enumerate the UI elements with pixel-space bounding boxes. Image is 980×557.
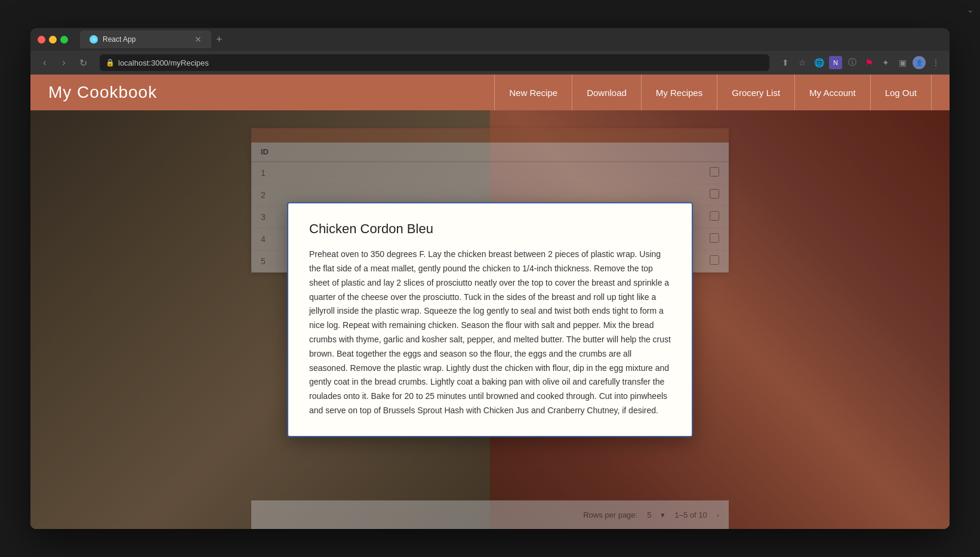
ext5-icon[interactable]: ✦ bbox=[879, 56, 892, 69]
nav-link-grocery-list[interactable]: Grocery List bbox=[717, 75, 794, 110]
nav-link-download[interactable]: Download bbox=[572, 75, 641, 110]
ext3-icon[interactable]: ⓘ bbox=[846, 56, 859, 69]
ext4-icon[interactable]: ⚑ bbox=[862, 56, 876, 69]
nav-links: New Recipe Download My Recipes Grocery L… bbox=[494, 75, 932, 110]
upload-icon[interactable]: ⬆ bbox=[779, 56, 792, 69]
nav-link-my-recipes[interactable]: My Recipes bbox=[641, 75, 717, 110]
reload-button[interactable]: ↻ bbox=[76, 55, 90, 70]
back-button[interactable]: ‹ bbox=[38, 55, 52, 70]
tab-close-button[interactable]: ✕ bbox=[195, 35, 202, 44]
forward-button[interactable]: › bbox=[57, 55, 71, 70]
browser-window: ⚛ React App ✕ + ⌄ ‹ › ↻ 🔒 localhost:3000… bbox=[30, 28, 950, 529]
tab-favicon: ⚛ bbox=[90, 35, 98, 44]
bookmark-icon[interactable]: ☆ bbox=[796, 56, 809, 69]
browser-titlebar: ⚛ React App ✕ + ⌄ bbox=[30, 28, 950, 51]
tab-area: ⚛ React App ✕ + bbox=[80, 30, 942, 48]
modal-overlay: Chicken Cordon Bleu Preheat oven to 350 … bbox=[30, 110, 950, 529]
app-content: My Cookbook New Recipe Download My Recip… bbox=[30, 75, 950, 529]
browser-tab[interactable]: ⚛ React App ✕ bbox=[80, 30, 211, 48]
tab-title: React App bbox=[103, 35, 190, 44]
nav-link-new-recipe[interactable]: New Recipe bbox=[494, 75, 572, 110]
security-icon: 🔒 bbox=[106, 58, 115, 67]
ext2-icon[interactable]: N bbox=[829, 56, 842, 69]
traffic-lights bbox=[38, 36, 68, 44]
minimize-button[interactable] bbox=[49, 36, 57, 44]
modal-body: Preheat oven to 350 degrees F. Lay the c… bbox=[309, 247, 671, 418]
app-navbar: My Cookbook New Recipe Download My Recip… bbox=[30, 75, 950, 110]
maximize-button[interactable] bbox=[60, 36, 68, 44]
menu-icon[interactable]: ⋮ bbox=[929, 56, 942, 69]
browser-extensions: ⬆ ☆ 🌐 N ⓘ ⚑ ✦ ▣ 👤 ⋮ bbox=[779, 56, 942, 69]
nav-link-log-out[interactable]: Log Out bbox=[870, 75, 932, 110]
address-text: localhost:3000/myRecipes bbox=[118, 58, 209, 67]
ext1-icon[interactable]: 🌐 bbox=[812, 56, 825, 69]
close-button[interactable] bbox=[38, 36, 45, 44]
modal-dialog: Chicken Cordon Bleu Preheat oven to 350 … bbox=[287, 202, 693, 437]
browser-controls: ‹ › ↻ 🔒 localhost:3000/myRecipes ⬆ ☆ 🌐 N… bbox=[30, 51, 950, 75]
nav-link-my-account[interactable]: My Account bbox=[794, 75, 870, 110]
address-bar[interactable]: 🔒 localhost:3000/myRecipes bbox=[100, 54, 769, 71]
profile-avatar[interactable]: 👤 bbox=[913, 56, 926, 69]
new-tab-button[interactable]: + bbox=[216, 33, 223, 46]
bg-content: ID 1 2 3 4 5 bbox=[30, 110, 950, 529]
app-logo: My Cookbook bbox=[48, 83, 157, 102]
modal-title: Chicken Cordon Bleu bbox=[309, 221, 671, 237]
sidebar-icon[interactable]: ▣ bbox=[896, 56, 909, 69]
